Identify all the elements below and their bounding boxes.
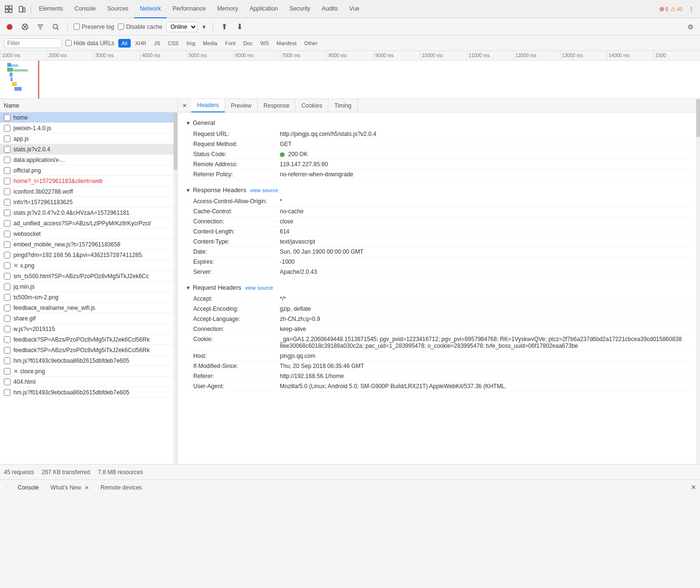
file-item-websocket[interactable]: websocket — [0, 229, 174, 239]
remote-devices-tab[interactable]: Remote devices — [98, 483, 145, 492]
file-item-404html[interactable]: 404.html — [0, 377, 174, 387]
export-button[interactable]: ⬇ — [234, 21, 246, 33]
detail-close-button[interactable]: ✕ — [178, 99, 191, 112]
preserve-log-label[interactable]: Preserve log — [74, 24, 114, 30]
file-item-feedback1[interactable]: feedback?SP=ABzs/PzoPOz8vMg5iTkJ2ek6Ccl5… — [0, 334, 174, 345]
file-checkbox-jqminjs[interactable] — [4, 283, 11, 290]
search-icon[interactable] — [50, 21, 62, 33]
general-section-header[interactable]: ▼ General — [186, 116, 692, 129]
request-headers-section-header[interactable]: ▼ Request Headers view source — [186, 281, 692, 294]
file-item-feedback2[interactable]: feedback?SP=ABzs/PzoPOz8vMg5iTkJ2ek6Ccl5… — [0, 345, 174, 355]
nav-tab-vue[interactable]: Vue — [344, 0, 365, 18]
request-view-source-link[interactable]: view source — [245, 285, 273, 291]
file-checkbox-home-t[interactable] — [4, 178, 11, 184]
clear-button[interactable] — [19, 21, 31, 33]
file-checkbox-adunified[interactable] — [4, 220, 11, 227]
file-checkbox-embedmobile[interactable] — [4, 241, 11, 248]
console-bar-dots[interactable]: ⋮ — [4, 484, 9, 490]
detail-tab-cookies[interactable]: Cookies — [296, 99, 328, 112]
file-item-jqminjs[interactable]: jq.min.js — [0, 282, 174, 292]
response-view-source-link[interactable]: view source — [250, 187, 278, 193]
file-item-hmjs2[interactable]: hm.js?f01493c9ebcbaa86b2615dbfdeb7e605 — [0, 387, 174, 398]
nav-tab-console[interactable]: Console — [69, 0, 101, 18]
filter-type-img[interactable]: Img — [183, 39, 199, 48]
file-checkbox-pingd[interactable] — [4, 252, 11, 258]
file-checkbox-officialpng[interactable] — [4, 167, 11, 174]
file-item-xpng[interactable]: ✕ x.png — [0, 260, 174, 271]
file-item-statsjs2[interactable]: stats.js?v2.0.4?v2.0.4&cHVzaA=1572961181 — [0, 208, 174, 218]
file-checkbox-ts500m[interactable] — [4, 294, 11, 301]
detail-tab-headers[interactable]: Headers — [191, 99, 225, 112]
filter-type-media[interactable]: Media — [200, 39, 221, 48]
file-item-statsjs[interactable]: stats.js?v2.0.4 — [0, 144, 174, 155]
file-checkbox-wjs[interactable] — [4, 326, 11, 332]
file-item-info[interactable]: info?t=1572961183625 — [0, 197, 174, 208]
file-list-scrollbar[interactable] — [174, 112, 177, 464]
file-item-pingd[interactable]: pingd?dm=192.168.56.1&pvi=43621572874112… — [0, 250, 174, 260]
import-button[interactable]: ⬆ — [219, 21, 230, 33]
nav-tab-memory[interactable]: Memory — [212, 0, 244, 18]
console-tab[interactable]: Console — [15, 483, 42, 492]
detail-scrollbar-thumb[interactable] — [696, 99, 700, 137]
filter-type-ws[interactable]: WS — [257, 39, 273, 48]
detail-tab-timing[interactable]: Timing — [328, 99, 358, 112]
response-headers-section-header[interactable]: ▼ Response Headers view source — [186, 184, 692, 196]
nav-tab-security[interactable]: Security — [284, 0, 316, 18]
filter-type-other[interactable]: Other — [301, 39, 321, 48]
file-checkbox-feedback-realname[interactable] — [4, 305, 11, 311]
file-checkbox-info[interactable] — [4, 199, 11, 206]
whats-new-close-icon[interactable]: ✕ — [85, 485, 89, 490]
filter-toggle-icon[interactable] — [35, 21, 46, 33]
settings-icon[interactable]: ⚙ — [685, 21, 696, 33]
file-checkbox-statsjs[interactable] — [4, 146, 11, 153]
file-item-officialpng[interactable]: official.png — [0, 165, 174, 176]
preserve-log-checkbox[interactable] — [74, 24, 80, 30]
file-checkbox-feedback1[interactable] — [4, 336, 11, 343]
nav-tab-application[interactable]: Application — [244, 0, 284, 18]
filter-input[interactable] — [4, 38, 62, 48]
file-checkbox-dataapp[interactable] — [4, 157, 11, 163]
record-button[interactable] — [4, 21, 15, 33]
throttle-dropdown-icon[interactable]: ▼ — [201, 24, 207, 30]
disable-cache-checkbox[interactable] — [118, 24, 124, 30]
filter-type-css[interactable]: CSS — [164, 39, 182, 48]
file-checkbox-websocket[interactable] — [4, 231, 11, 237]
filter-type-manifest[interactable]: Manifest — [273, 39, 300, 48]
more-options-icon[interactable]: ⋮ — [685, 2, 698, 16]
nav-tab-audits[interactable]: Audits — [316, 0, 343, 18]
inspect-icon[interactable] — [2, 2, 15, 16]
file-item-adunified[interactable]: ad_unified_access?SP=ABzs/LzlPPyMrKz8rKy… — [0, 218, 174, 229]
file-item-feedback-realname[interactable]: feedback_realname_new_wifi.js — [0, 303, 174, 313]
nav-tab-network[interactable]: Network — [134, 0, 167, 18]
detail-tab-preview[interactable]: Preview — [225, 99, 258, 112]
device-toggle-icon[interactable] — [15, 2, 29, 16]
file-checkbox-404html[interactable] — [4, 379, 11, 385]
filter-type-all[interactable]: All — [118, 39, 131, 48]
nav-tab-sources[interactable]: Sources — [101, 0, 134, 18]
file-checkbox-sharegif[interactable] — [4, 315, 11, 322]
filter-type-font[interactable]: Font — [222, 39, 239, 48]
file-item-home[interactable]: home — [0, 112, 174, 123]
file-item-embedmobile[interactable]: embed_mobile_new.js?t=1572961183658 — [0, 239, 174, 250]
disable-cache-label[interactable]: Disable cache — [118, 24, 162, 30]
file-checkbox-appjs[interactable] — [4, 135, 11, 142]
file-checkbox-hmjs1[interactable] — [4, 357, 11, 364]
file-checkbox-home[interactable] — [4, 114, 11, 121]
file-item-sharegif[interactable]: share.gif — [0, 313, 174, 324]
filter-type-xhr[interactable]: XHR — [132, 39, 150, 48]
whats-new-tab[interactable]: What's New ✕ — [48, 483, 92, 492]
detail-tab-response[interactable]: Response — [258, 99, 296, 112]
file-item-home-t[interactable]: home?_t=1572961183&client=web — [0, 176, 174, 186]
hide-data-urls-checkbox[interactable] — [65, 40, 72, 46]
scrollbar-thumb[interactable] — [174, 112, 177, 170]
file-item-wjs[interactable]: w.js?v=2019115 — [0, 324, 174, 334]
nav-tab-elements[interactable]: Elements — [33, 0, 69, 18]
file-item-smts500[interactable]: sm_ts500.html?SP=ABzs/PzoPOz8vMg5iTkJ2ek… — [0, 271, 174, 282]
filter-type-js[interactable]: JS — [150, 39, 163, 48]
throttle-select[interactable]: Online — [166, 22, 198, 32]
file-item-jweixin[interactable]: jweixin-1.4.0.js — [0, 123, 174, 134]
file-checkbox-jweixin[interactable] — [4, 125, 11, 132]
file-item-ts500m[interactable]: ts500m-sm-2.png — [0, 292, 174, 303]
console-close-icon[interactable]: ✕ — [691, 484, 696, 491]
file-checkbox-clocepng[interactable] — [4, 368, 11, 375]
